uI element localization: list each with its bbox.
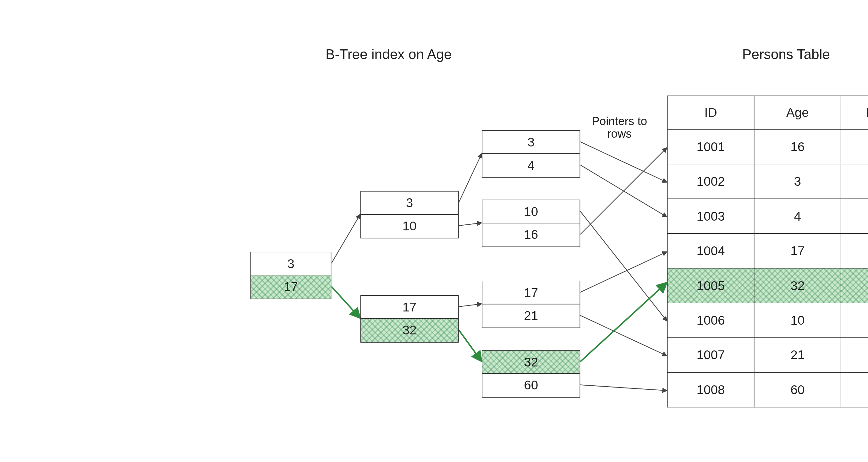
table-cell: 16 xyxy=(754,129,841,164)
table-cell: 1006 xyxy=(667,303,754,338)
btree-key: 17 xyxy=(251,275,331,299)
table-title: Persons Table xyxy=(742,46,830,63)
btree-key: 21 xyxy=(483,305,580,328)
table-row: 100417...... xyxy=(667,234,868,268)
btree-key: 3 xyxy=(483,131,580,154)
table-row: 10023...... xyxy=(667,164,868,198)
connector-arrow xyxy=(332,214,361,264)
btree-node-leaf2: 1016 xyxy=(482,199,580,247)
table-cell: 10 xyxy=(754,303,841,338)
table-cell: 1004 xyxy=(667,234,754,268)
btree-node-leaf4: 3260 xyxy=(482,350,580,398)
persons-table: IDAgeHeight...100116......10023......100… xyxy=(667,96,868,407)
table-row: 100610...... xyxy=(667,303,868,338)
table-cell: 32 xyxy=(754,268,841,303)
table-row: 100721...... xyxy=(667,338,868,372)
table-cell: ... xyxy=(841,129,868,164)
btree-node-root: 317 xyxy=(250,252,332,299)
connector-arrow xyxy=(459,223,482,226)
table-header-cell: ID xyxy=(667,96,754,129)
table-header-row: IDAgeHeight... xyxy=(667,96,868,129)
table-cell: 60 xyxy=(754,372,841,407)
connector-arrow xyxy=(459,330,482,362)
table-cell: ... xyxy=(841,198,868,233)
btree-key: 17 xyxy=(483,281,580,305)
table-cell: ... xyxy=(841,372,868,407)
table-cell: ... xyxy=(841,164,868,198)
annotation-line: rows xyxy=(607,127,632,140)
table-row: 10034...... xyxy=(667,198,868,233)
btree-key: 4 xyxy=(483,154,580,177)
table-cell: 4 xyxy=(754,198,841,233)
table-cell: ... xyxy=(841,338,868,372)
btree-node-leaf3: 1721 xyxy=(482,281,580,328)
table-cell: 3 xyxy=(754,164,841,198)
table-cell: 1007 xyxy=(667,338,754,372)
table-cell: 1001 xyxy=(667,129,754,164)
btree-key: 60 xyxy=(483,374,580,397)
btree-node-mid2: 1732 xyxy=(361,295,459,343)
btree-key: 10 xyxy=(361,215,458,238)
btree-key: 3 xyxy=(361,191,458,215)
table-cell: ... xyxy=(841,268,868,303)
connector-arrow xyxy=(459,304,482,307)
connector-arrow xyxy=(580,148,667,235)
btree-key: 17 xyxy=(361,296,458,319)
table-cell: 1003 xyxy=(667,198,754,233)
connector-arrow xyxy=(580,142,667,182)
btree-key: 32 xyxy=(483,351,580,374)
table-cell: 1008 xyxy=(667,372,754,407)
connector-arrow xyxy=(459,153,482,203)
annotation-line: Pointers to xyxy=(592,115,647,128)
btree-key: 10 xyxy=(483,200,580,223)
pointers-annotation: Pointers to rows xyxy=(592,115,647,140)
table-header-cell: Height xyxy=(841,96,868,129)
btree-node-leaf1: 34 xyxy=(482,130,580,178)
diagram-canvas: B-Tree index on Age Persons Table Pointe… xyxy=(198,0,868,462)
table-cell: ... xyxy=(841,303,868,338)
btree-key: 32 xyxy=(361,319,458,342)
btree-title: B-Tree index on Age xyxy=(326,46,452,63)
connector-arrow xyxy=(580,315,667,356)
connector-arrow xyxy=(580,211,667,321)
table-cell: 21 xyxy=(754,338,841,372)
table-header-cell: Age xyxy=(754,96,841,129)
connector-arrow xyxy=(580,385,667,390)
table-cell: 17 xyxy=(754,234,841,268)
table-row: 100116...... xyxy=(667,129,868,164)
table-row: 100860...... xyxy=(667,372,868,407)
connector-arrow xyxy=(580,165,667,217)
connector-arrow xyxy=(580,252,667,292)
connector-arrow xyxy=(580,282,667,362)
table-cell: 1005 xyxy=(667,268,754,303)
btree-key: 16 xyxy=(483,223,580,247)
connector-arrow xyxy=(332,286,361,318)
table-cell: 1002 xyxy=(667,164,754,198)
btree-node-mid1: 310 xyxy=(361,191,459,239)
btree-key: 3 xyxy=(251,252,331,276)
table-row: 100532...... xyxy=(667,268,868,303)
table-cell: ... xyxy=(841,234,868,268)
